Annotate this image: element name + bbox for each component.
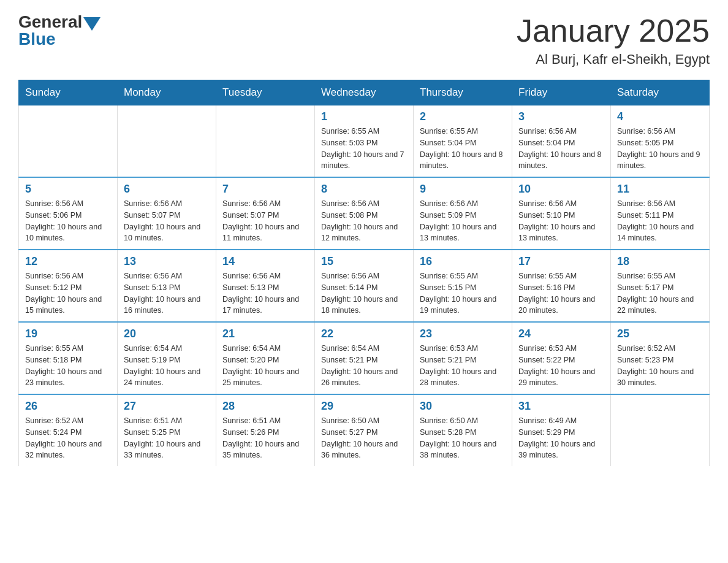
day-number: 3 bbox=[518, 110, 604, 123]
day-info: Sunrise: 6:56 AM Sunset: 5:12 PM Dayligh… bbox=[25, 270, 111, 316]
day-number: 26 bbox=[25, 400, 111, 413]
day-number: 30 bbox=[420, 400, 506, 413]
day-info: Sunrise: 6:54 AM Sunset: 5:21 PM Dayligh… bbox=[321, 343, 407, 389]
calendar-cell: 12Sunrise: 6:56 AM Sunset: 5:12 PM Dayli… bbox=[19, 250, 118, 322]
day-info: Sunrise: 6:53 AM Sunset: 5:21 PM Dayligh… bbox=[420, 343, 506, 389]
day-info: Sunrise: 6:56 AM Sunset: 5:06 PM Dayligh… bbox=[25, 198, 111, 244]
day-number: 12 bbox=[25, 255, 111, 268]
day-info: Sunrise: 6:56 AM Sunset: 5:11 PM Dayligh… bbox=[617, 198, 703, 244]
calendar-week-row: 5Sunrise: 6:56 AM Sunset: 5:06 PM Daylig… bbox=[19, 177, 710, 250]
day-number: 27 bbox=[124, 400, 210, 413]
day-info: Sunrise: 6:49 AM Sunset: 5:29 PM Dayligh… bbox=[518, 415, 604, 461]
day-number: 28 bbox=[222, 400, 308, 413]
header-sunday: Sunday bbox=[19, 80, 118, 105]
calendar-cell bbox=[19, 105, 118, 178]
day-info: Sunrise: 6:52 AM Sunset: 5:24 PM Dayligh… bbox=[25, 415, 111, 461]
calendar-cell: 3Sunrise: 6:56 AM Sunset: 5:04 PM Daylig… bbox=[512, 105, 611, 178]
calendar-header-row: SundayMondayTuesdayWednesdayThursdayFrid… bbox=[19, 80, 710, 105]
calendar-cell: 17Sunrise: 6:55 AM Sunset: 5:16 PM Dayli… bbox=[512, 250, 611, 322]
header-saturday: Saturday bbox=[611, 80, 710, 105]
day-number: 7 bbox=[222, 183, 308, 196]
header-friday: Friday bbox=[512, 80, 611, 105]
logo: General Blue bbox=[18, 12, 100, 49]
day-info: Sunrise: 6:56 AM Sunset: 5:09 PM Dayligh… bbox=[420, 198, 506, 244]
day-info: Sunrise: 6:56 AM Sunset: 5:05 PM Dayligh… bbox=[617, 126, 703, 172]
day-number: 4 bbox=[617, 110, 703, 123]
day-number: 9 bbox=[420, 183, 506, 196]
day-info: Sunrise: 6:55 AM Sunset: 5:15 PM Dayligh… bbox=[420, 270, 506, 316]
header-thursday: Thursday bbox=[414, 80, 512, 105]
day-info: Sunrise: 6:56 AM Sunset: 5:08 PM Dayligh… bbox=[321, 198, 407, 244]
day-number: 31 bbox=[518, 400, 604, 413]
day-info: Sunrise: 6:54 AM Sunset: 5:19 PM Dayligh… bbox=[124, 343, 210, 389]
calendar-cell: 26Sunrise: 6:52 AM Sunset: 5:24 PM Dayli… bbox=[19, 394, 118, 466]
header-wednesday: Wednesday bbox=[315, 80, 414, 105]
calendar-cell: 30Sunrise: 6:50 AM Sunset: 5:28 PM Dayli… bbox=[414, 394, 512, 466]
header-monday: Monday bbox=[118, 80, 216, 105]
day-number: 17 bbox=[518, 255, 604, 268]
day-number: 13 bbox=[124, 255, 210, 268]
calendar-cell: 21Sunrise: 6:54 AM Sunset: 5:20 PM Dayli… bbox=[216, 322, 315, 394]
day-number: 2 bbox=[420, 110, 506, 123]
day-number: 18 bbox=[617, 255, 703, 268]
location-title: Al Burj, Kafr el-Sheikh, Egypt bbox=[517, 52, 710, 67]
calendar-cell: 24Sunrise: 6:53 AM Sunset: 5:22 PM Dayli… bbox=[512, 322, 611, 394]
day-number: 10 bbox=[518, 183, 604, 196]
calendar-cell: 15Sunrise: 6:56 AM Sunset: 5:14 PM Dayli… bbox=[315, 250, 414, 322]
day-number: 5 bbox=[25, 183, 111, 196]
month-title: January 2025 bbox=[517, 12, 710, 49]
day-info: Sunrise: 6:50 AM Sunset: 5:28 PM Dayligh… bbox=[420, 415, 506, 461]
calendar-cell: 18Sunrise: 6:55 AM Sunset: 5:17 PM Dayli… bbox=[611, 250, 710, 322]
calendar-cell: 23Sunrise: 6:53 AM Sunset: 5:21 PM Dayli… bbox=[414, 322, 512, 394]
calendar-cell: 16Sunrise: 6:55 AM Sunset: 5:15 PM Dayli… bbox=[414, 250, 512, 322]
calendar-cell bbox=[118, 105, 216, 178]
day-info: Sunrise: 6:56 AM Sunset: 5:07 PM Dayligh… bbox=[124, 198, 210, 244]
day-info: Sunrise: 6:51 AM Sunset: 5:26 PM Dayligh… bbox=[222, 415, 308, 461]
calendar-week-row: 26Sunrise: 6:52 AM Sunset: 5:24 PM Dayli… bbox=[19, 394, 710, 466]
calendar-week-row: 1Sunrise: 6:55 AM Sunset: 5:03 PM Daylig… bbox=[19, 105, 710, 178]
day-info: Sunrise: 6:52 AM Sunset: 5:23 PM Dayligh… bbox=[617, 343, 703, 389]
day-info: Sunrise: 6:53 AM Sunset: 5:22 PM Dayligh… bbox=[518, 343, 604, 389]
calendar-cell: 19Sunrise: 6:55 AM Sunset: 5:18 PM Dayli… bbox=[19, 322, 118, 394]
day-number: 24 bbox=[518, 327, 604, 340]
day-number: 20 bbox=[124, 327, 210, 340]
calendar-cell bbox=[611, 394, 710, 466]
header-tuesday: Tuesday bbox=[216, 80, 315, 105]
day-number: 16 bbox=[420, 255, 506, 268]
title-section: January 2025 Al Burj, Kafr el-Sheikh, Eg… bbox=[517, 12, 710, 67]
calendar-cell: 2Sunrise: 6:55 AM Sunset: 5:04 PM Daylig… bbox=[414, 105, 512, 178]
calendar-cell: 11Sunrise: 6:56 AM Sunset: 5:11 PM Dayli… bbox=[611, 177, 710, 250]
calendar-week-row: 12Sunrise: 6:56 AM Sunset: 5:12 PM Dayli… bbox=[19, 250, 710, 322]
day-number: 25 bbox=[617, 327, 703, 340]
day-number: 19 bbox=[25, 327, 111, 340]
day-info: Sunrise: 6:56 AM Sunset: 5:13 PM Dayligh… bbox=[222, 270, 308, 316]
day-info: Sunrise: 6:56 AM Sunset: 5:13 PM Dayligh… bbox=[124, 270, 210, 316]
day-info: Sunrise: 6:55 AM Sunset: 5:03 PM Dayligh… bbox=[321, 126, 407, 172]
day-number: 1 bbox=[321, 110, 407, 123]
day-number: 14 bbox=[222, 255, 308, 268]
calendar-cell: 28Sunrise: 6:51 AM Sunset: 5:26 PM Dayli… bbox=[216, 394, 315, 466]
calendar-table: SundayMondayTuesdayWednesdayThursdayFrid… bbox=[18, 80, 710, 466]
day-number: 29 bbox=[321, 400, 407, 413]
calendar-week-row: 19Sunrise: 6:55 AM Sunset: 5:18 PM Dayli… bbox=[19, 322, 710, 394]
calendar-cell: 20Sunrise: 6:54 AM Sunset: 5:19 PM Dayli… bbox=[118, 322, 216, 394]
day-number: 6 bbox=[124, 183, 210, 196]
calendar-cell: 29Sunrise: 6:50 AM Sunset: 5:27 PM Dayli… bbox=[315, 394, 414, 466]
calendar-cell: 27Sunrise: 6:51 AM Sunset: 5:25 PM Dayli… bbox=[118, 394, 216, 466]
calendar-cell: 31Sunrise: 6:49 AM Sunset: 5:29 PM Dayli… bbox=[512, 394, 611, 466]
day-number: 23 bbox=[420, 327, 506, 340]
calendar-cell: 5Sunrise: 6:56 AM Sunset: 5:06 PM Daylig… bbox=[19, 177, 118, 250]
day-info: Sunrise: 6:55 AM Sunset: 5:04 PM Dayligh… bbox=[420, 126, 506, 172]
calendar-cell: 4Sunrise: 6:56 AM Sunset: 5:05 PM Daylig… bbox=[611, 105, 710, 178]
page-header: General Blue January 2025 Al Burj, Kafr … bbox=[18, 12, 710, 67]
day-number: 22 bbox=[321, 327, 407, 340]
day-info: Sunrise: 6:56 AM Sunset: 5:10 PM Dayligh… bbox=[518, 198, 604, 244]
calendar-cell: 14Sunrise: 6:56 AM Sunset: 5:13 PM Dayli… bbox=[216, 250, 315, 322]
day-info: Sunrise: 6:51 AM Sunset: 5:25 PM Dayligh… bbox=[124, 415, 210, 461]
logo-triangle-icon bbox=[83, 17, 100, 31]
day-number: 8 bbox=[321, 183, 407, 196]
calendar-cell: 8Sunrise: 6:56 AM Sunset: 5:08 PM Daylig… bbox=[315, 177, 414, 250]
day-info: Sunrise: 6:55 AM Sunset: 5:17 PM Dayligh… bbox=[617, 270, 703, 316]
day-info: Sunrise: 6:50 AM Sunset: 5:27 PM Dayligh… bbox=[321, 415, 407, 461]
day-info: Sunrise: 6:56 AM Sunset: 5:07 PM Dayligh… bbox=[222, 198, 308, 244]
